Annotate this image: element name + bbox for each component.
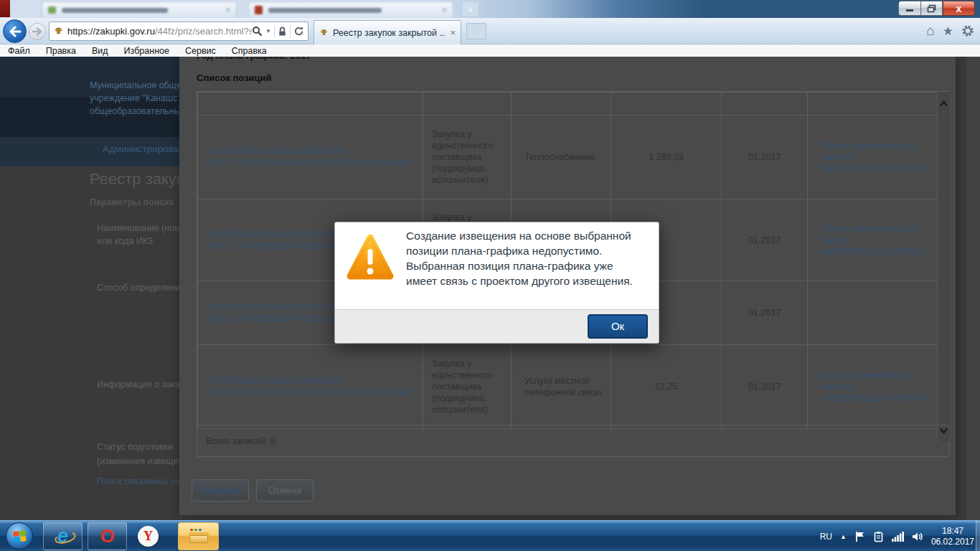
window-controls: x: [898, 1, 975, 16]
cancel-button[interactable]: Отмена: [256, 479, 314, 501]
alert-body: Создание извещения на основе выбранной п…: [335, 222, 659, 309]
purchase-method-cell: Закупка у единственного поставщика (подр…: [423, 116, 512, 199]
menu-help[interactable]: Справка: [224, 46, 275, 56]
language-indicator[interactable]: RU: [820, 532, 832, 542]
scroll-up-icon[interactable]: [938, 98, 949, 109]
site-emblem-icon: [53, 26, 64, 37]
project-link[interactable]: Проект изменений для закупки №0369300151…: [808, 116, 938, 199]
close-icon: ×: [225, 5, 230, 15]
back-arrow-icon: [9, 26, 22, 37]
browser-titlebar: × × + x: [0, 0, 980, 18]
chevron-down-icon[interactable]: ▼: [265, 28, 271, 34]
project-link[interactable]: [808, 281, 938, 345]
windows-logo-icon: [13, 530, 26, 542]
desktop: × × + x https://zakup: [0, 0, 980, 551]
divider: [290, 25, 291, 38]
field-label: или кода ИКЗ: [97, 236, 153, 246]
start-button[interactable]: [6, 522, 33, 550]
purchase-object-cell: Услуги местной телефонной связи: [512, 345, 611, 429]
home-icon[interactable]: ⌂: [926, 23, 934, 39]
field-label: Статус подготовки: [97, 442, 173, 452]
period-cell: 01.2017: [722, 281, 808, 345]
admin-nav-link[interactable]: Администрирование: [103, 143, 180, 154]
search-icon[interactable]: [252, 26, 263, 37]
system-tray: RU ▲: [820, 521, 977, 551]
menu-edit[interactable]: Правка: [38, 46, 84, 56]
forward-button[interactable]: [29, 23, 46, 40]
taskbar-ie-button[interactable]: e: [43, 522, 83, 550]
position-number-link[interactable]: 2017036930015140010000050001(ИКЗ:1737432…: [198, 345, 423, 429]
blurred-tab-title: [268, 8, 382, 13]
table-header-row: [198, 93, 938, 116]
divider: [274, 25, 275, 38]
ok-button[interactable]: Ок: [588, 314, 648, 339]
warning-icon: [347, 232, 394, 286]
new-tab-stub[interactable]: [466, 23, 486, 39]
related-search-link[interactable]: Поиск связанных зак: [97, 476, 180, 486]
page-scrollbar[interactable]: [966, 57, 980, 520]
period-cell: 01.2017: [722, 116, 808, 199]
url-path: /44fz/priz/search.html?status: [155, 26, 252, 37]
show-hidden-icons-arrow-icon[interactable]: ▲: [840, 533, 847, 540]
alert-message: Создание извещения на основе выбранной п…: [406, 228, 646, 288]
organization-name: Муниципальное общео учреждение "Канашс о…: [90, 79, 180, 118]
price-cell: 1 283,03: [611, 116, 722, 199]
clock[interactable]: 18:47 06.02.2017: [931, 526, 977, 547]
alert-dialog: Создание извещения на основе выбранной п…: [334, 222, 659, 344]
opera-icon: O: [100, 525, 114, 547]
project-link[interactable]: Проект изменений для закупки №0369300151…: [808, 199, 938, 281]
tray-time: 18:47: [931, 526, 974, 537]
background-window-fragment: [0, 0, 10, 17]
select-button[interactable]: Выбрать: [192, 479, 249, 501]
tab-close-icon[interactable]: ×: [450, 27, 456, 38]
show-desktop-button[interactable]: [976, 521, 980, 551]
header-cell: [808, 93, 938, 116]
menu-file[interactable]: Файл: [0, 46, 38, 56]
network-signal-icon[interactable]: [892, 532, 904, 542]
table-scrollbar[interactable]: [937, 92, 949, 442]
back-button[interactable]: [3, 19, 27, 43]
new-tab-button[interactable]: +: [463, 2, 479, 17]
menu-tools[interactable]: Сервис: [177, 46, 224, 56]
address-bar[interactable]: https://zakupki.gov.ru/44fz/priz/search.…: [49, 22, 308, 41]
background-tab: ×: [42, 1, 237, 18]
forward-arrow-icon: [32, 27, 42, 36]
close-button[interactable]: x: [943, 1, 975, 16]
close-icon: ×: [442, 5, 447, 15]
blurred-tab-title: [62, 8, 168, 13]
position-number-link[interactable]: 2017036930015140010000020001(ИКЗ:1737432…: [198, 116, 423, 199]
table-row: 2017036930015140010000020001(ИКЗ:1737432…: [198, 116, 938, 199]
menu-view[interactable]: Вид: [84, 46, 116, 56]
restore-button[interactable]: [920, 1, 943, 16]
field-label: Информация о заказ: [97, 380, 180, 390]
minimize-button[interactable]: [898, 1, 920, 16]
purchase-object-cell: Теплоснабжение: [512, 116, 611, 199]
period-cell: 01.2017: [722, 345, 808, 429]
header-cell: [512, 93, 611, 116]
tab-reestr-zakupok[interactable]: Реестр закупок закрытой ... ×: [314, 20, 461, 44]
background-tab: ×: [248, 1, 453, 18]
url-text[interactable]: https://zakupki.gov.ru/44fz/priz/search.…: [67, 26, 252, 37]
favorites-star-icon[interactable]: ★: [943, 24, 953, 39]
header-cell: [198, 93, 423, 116]
project-link[interactable]: Проект изменений для закупки №0369300151…: [808, 345, 938, 429]
clipboard-tray-icon[interactable]: [873, 531, 884, 542]
internet-explorer-icon: e: [57, 525, 68, 547]
header-cell: [423, 93, 512, 116]
favicon-icon: [48, 6, 56, 14]
taskbar-opera-button[interactable]: O: [88, 522, 127, 550]
tab-title: Реестр закупок закрытой ...: [333, 28, 446, 38]
tray-date: 06.02.2017: [931, 537, 974, 547]
taskbar-explorer-button[interactable]: [178, 522, 219, 550]
menu-favorites[interactable]: Избранное: [116, 46, 177, 56]
volume-icon[interactable]: [912, 532, 923, 542]
refresh-icon[interactable]: [293, 26, 304, 37]
taskbar-yandex-button[interactable]: Y: [138, 526, 159, 547]
field-label: Наименование (номер: [97, 223, 180, 233]
price-cell: 12,25: [611, 345, 722, 429]
plan-year-label: Год плана-графика: 2017: [197, 57, 311, 61]
action-center-flag-icon[interactable]: [854, 531, 865, 542]
settings-gear-icon[interactable]: [961, 24, 974, 37]
purchase-method-cell: Закупка у единственного поставщика (подр…: [423, 345, 512, 429]
alert-footer: Ок: [335, 309, 659, 343]
